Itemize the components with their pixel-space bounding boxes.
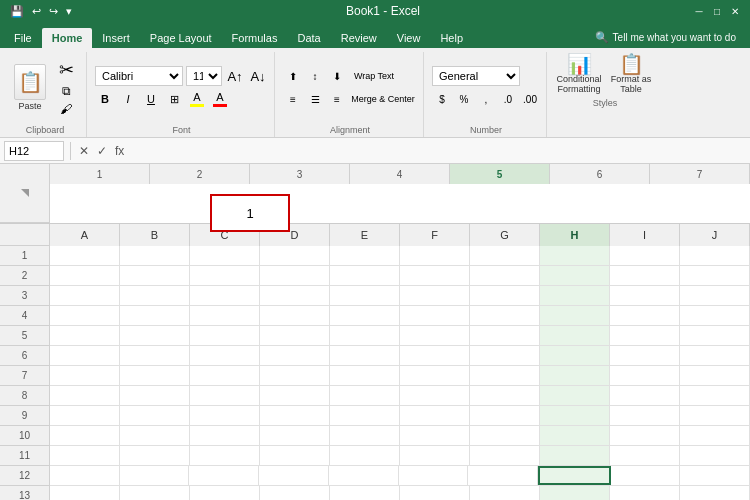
cell-J5[interactable]: [680, 326, 750, 345]
cell-I3[interactable]: [610, 286, 680, 305]
cell-I1[interactable]: [610, 246, 680, 265]
cell-I2[interactable]: [610, 266, 680, 285]
cell-A5[interactable]: [50, 326, 120, 345]
merge-center-btn[interactable]: Merge & Center: [349, 89, 417, 109]
row-num-1[interactable]: 1: [0, 246, 50, 266]
decrease-decimal-btn[interactable]: .00: [520, 89, 540, 109]
minimize-btn[interactable]: ─: [692, 4, 706, 18]
cell-B13[interactable]: [120, 486, 190, 500]
cell-A11[interactable]: [50, 446, 120, 465]
cell-B3[interactable]: [120, 286, 190, 305]
cell-C5[interactable]: [190, 326, 260, 345]
cell-H11[interactable]: [540, 446, 610, 465]
cell-B2[interactable]: [120, 266, 190, 285]
cell-E8[interactable]: [330, 386, 400, 405]
cell-A3[interactable]: [50, 286, 120, 305]
cell-F2[interactable]: [400, 266, 470, 285]
cell-H13[interactable]: [540, 486, 610, 500]
tab-insert[interactable]: Insert: [92, 28, 140, 48]
cell-J3[interactable]: [680, 286, 750, 305]
cell-A4[interactable]: [50, 306, 120, 325]
cell-A2[interactable]: [50, 266, 120, 285]
col-header-H[interactable]: H: [540, 224, 610, 246]
col-header-G[interactable]: G: [470, 224, 540, 246]
col-header-I[interactable]: I: [610, 224, 680, 246]
cell-D13[interactable]: [260, 486, 330, 500]
cell-F9[interactable]: [400, 406, 470, 425]
increase-decimal-btn[interactable]: .0: [498, 89, 518, 109]
format-as-table-btn[interactable]: 📋 Format as Table: [607, 52, 655, 96]
cell-I12[interactable]: [611, 466, 681, 485]
cell-I4[interactable]: [610, 306, 680, 325]
cell-C6[interactable]: [190, 346, 260, 365]
align-top-btn[interactable]: ⬆: [283, 66, 303, 86]
cell-H6[interactable]: [540, 346, 610, 365]
cell-D4[interactable]: [260, 306, 330, 325]
col-header-E[interactable]: E: [330, 224, 400, 246]
wrap-text-btn[interactable]: Wrap Text: [349, 66, 399, 86]
confirm-formula-icon[interactable]: ✓: [95, 144, 109, 158]
paste-button[interactable]: 📋 Paste: [10, 62, 50, 113]
row-num-8[interactable]: 8: [0, 386, 50, 406]
cell-H7[interactable]: [540, 366, 610, 385]
cell-G12[interactable]: [468, 466, 538, 485]
font-name-select[interactable]: Calibri Arial Times New Roman: [95, 66, 183, 86]
fill-color-button[interactable]: A: [187, 89, 207, 109]
row-num-4[interactable]: 4: [0, 306, 50, 326]
cell-A13[interactable]: [50, 486, 120, 500]
cell-J11[interactable]: [680, 446, 750, 465]
align-right-btn[interactable]: ≡: [327, 89, 347, 109]
cell-J8[interactable]: [680, 386, 750, 405]
cell-J2[interactable]: [680, 266, 750, 285]
cell-J10[interactable]: [680, 426, 750, 445]
cell-D6[interactable]: [260, 346, 330, 365]
row-num-11[interactable]: 11: [0, 446, 50, 466]
cell-C11[interactable]: [190, 446, 260, 465]
increase-font-btn[interactable]: A↑: [225, 66, 245, 86]
cell-C9[interactable]: [190, 406, 260, 425]
redo-quick-btn[interactable]: ↪: [47, 5, 60, 18]
cell-D3[interactable]: [260, 286, 330, 305]
undo-quick-btn[interactable]: ↩: [30, 5, 43, 18]
cell-G11[interactable]: [470, 446, 540, 465]
tab-help[interactable]: Help: [430, 28, 473, 48]
decrease-font-btn[interactable]: A↓: [248, 66, 268, 86]
cell-J4[interactable]: [680, 306, 750, 325]
cell-C3[interactable]: [190, 286, 260, 305]
cell-I7[interactable]: [610, 366, 680, 385]
cell-H2[interactable]: [540, 266, 610, 285]
cell-H12[interactable]: [538, 466, 611, 485]
cell-A12[interactable]: [50, 466, 120, 485]
cell-I6[interactable]: [610, 346, 680, 365]
align-left-btn[interactable]: ≡: [283, 89, 303, 109]
font-color-button[interactable]: A: [210, 89, 230, 109]
cell-E7[interactable]: [330, 366, 400, 385]
cell-F1[interactable]: [400, 246, 470, 265]
formula-input[interactable]: [130, 141, 746, 161]
tab-home[interactable]: Home: [42, 28, 93, 48]
align-middle-btn[interactable]: ↕: [305, 66, 325, 86]
cell-E13[interactable]: [330, 486, 400, 500]
cell-A6[interactable]: [50, 346, 120, 365]
cell-G8[interactable]: [470, 386, 540, 405]
cell-G4[interactable]: [470, 306, 540, 325]
cell-B10[interactable]: [120, 426, 190, 445]
tab-formulas[interactable]: Formulas: [222, 28, 288, 48]
comma-btn[interactable]: ,: [476, 89, 496, 109]
cell-D1[interactable]: [260, 246, 330, 265]
cell-F11[interactable]: [400, 446, 470, 465]
cell-B7[interactable]: [120, 366, 190, 385]
cell-J6[interactable]: [680, 346, 750, 365]
row-num-7[interactable]: 7: [0, 366, 50, 386]
cell-E12[interactable]: [329, 466, 399, 485]
cell-F12[interactable]: [399, 466, 469, 485]
cell-E1[interactable]: [330, 246, 400, 265]
cell-C10[interactable]: [190, 426, 260, 445]
cell-H4[interactable]: [540, 306, 610, 325]
cell-J7[interactable]: [680, 366, 750, 385]
cell-F13[interactable]: [400, 486, 470, 500]
number-format-select[interactable]: General Number Currency Percentage: [432, 66, 520, 86]
copy-button[interactable]: ⧉: [52, 83, 80, 99]
cell-E5[interactable]: [330, 326, 400, 345]
maximize-btn[interactable]: □: [710, 4, 724, 18]
